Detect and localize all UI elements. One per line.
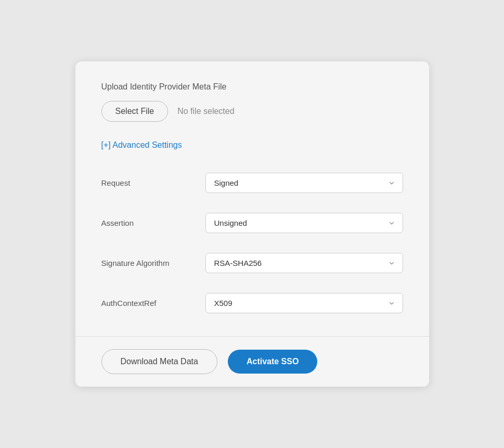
request-label: Request <box>101 178 205 187</box>
signature-algorithm-select[interactable]: RSA-SHA256 RSA-SHA1 RSA-SHA512 <box>205 253 403 273</box>
form-rows: Request Signed Unsigned Assertion Signed… <box>101 165 403 321</box>
upload-label: Upload Identity Provider Meta File <box>101 82 403 92</box>
settings-card: Upload Identity Provider Meta File Selec… <box>75 61 429 387</box>
card-footer: Download Meta Data Activate SSO <box>75 336 429 387</box>
auth-context-control: X509 Password PasswordProtectedTransport <box>205 293 403 313</box>
request-select[interactable]: Signed Unsigned <box>205 173 403 193</box>
activate-sso-button[interactable]: Activate SSO <box>228 350 317 374</box>
auth-context-select[interactable]: X509 Password PasswordProtectedTransport <box>205 293 403 313</box>
no-file-text: No file selected <box>177 107 234 116</box>
assertion-select[interactable]: Signed Unsigned <box>205 213 403 233</box>
form-row-auth-context: AuthContextRef X509 Password PasswordPro… <box>101 286 403 321</box>
form-row-signature-algorithm: Signature Algorithm RSA-SHA256 RSA-SHA1 … <box>101 246 403 280</box>
signature-algorithm-label: Signature Algorithm <box>101 259 205 267</box>
assertion-control: Signed Unsigned <box>205 213 403 233</box>
advanced-settings-toggle[interactable]: [+] Advanced Settings <box>101 140 182 150</box>
card-body: Upload Identity Provider Meta File Selec… <box>75 61 429 336</box>
auth-context-label: AuthContextRef <box>101 299 205 308</box>
file-upload-row: Select File No file selected <box>101 101 403 122</box>
request-control: Signed Unsigned <box>205 173 403 193</box>
download-meta-data-button[interactable]: Download Meta Data <box>101 349 217 374</box>
assertion-label: Assertion <box>101 219 205 227</box>
select-file-button[interactable]: Select File <box>101 101 169 122</box>
signature-algorithm-control: RSA-SHA256 RSA-SHA1 RSA-SHA512 <box>205 253 403 273</box>
form-row-request: Request Signed Unsigned <box>101 165 403 200</box>
form-row-assertion: Assertion Signed Unsigned <box>101 206 403 240</box>
